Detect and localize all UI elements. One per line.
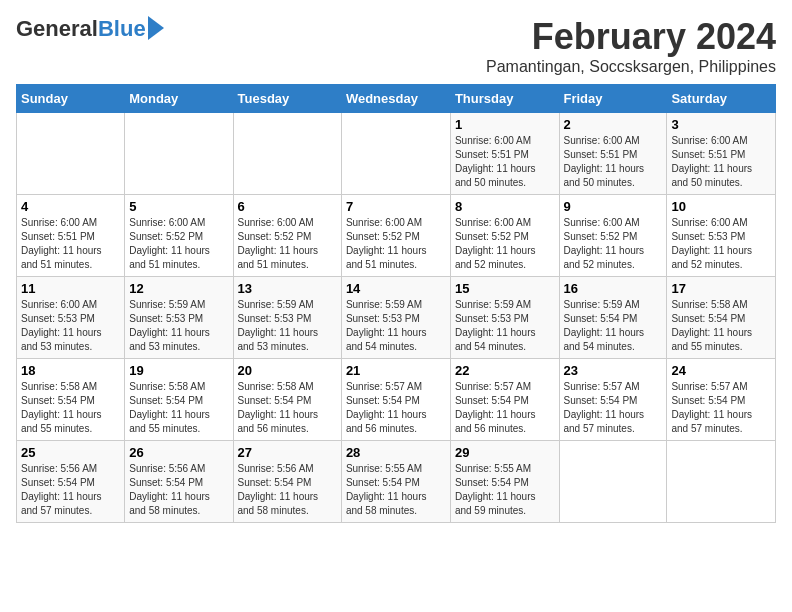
cell-info-text: Sunrise: 5:55 AM Sunset: 5:54 PM Dayligh… [455, 462, 555, 518]
cell-day-number: 28 [346, 445, 446, 460]
cell-info-text: Sunrise: 6:00 AM Sunset: 5:52 PM Dayligh… [455, 216, 555, 272]
cell-day-number: 16 [564, 281, 663, 296]
cell-day-number: 21 [346, 363, 446, 378]
cell-info-text: Sunrise: 5:59 AM Sunset: 5:53 PM Dayligh… [238, 298, 337, 354]
calendar-cell: 27Sunrise: 5:56 AM Sunset: 5:54 PM Dayli… [233, 441, 341, 523]
calendar-cell: 6Sunrise: 6:00 AM Sunset: 5:52 PM Daylig… [233, 195, 341, 277]
cell-info-text: Sunrise: 6:00 AM Sunset: 5:51 PM Dayligh… [21, 216, 120, 272]
calendar-cell: 19Sunrise: 5:58 AM Sunset: 5:54 PM Dayli… [125, 359, 233, 441]
cell-day-number: 17 [671, 281, 771, 296]
calendar-cell [341, 113, 450, 195]
calendar-cell: 2Sunrise: 6:00 AM Sunset: 5:51 PM Daylig… [559, 113, 667, 195]
cell-day-number: 22 [455, 363, 555, 378]
calendar-cell: 18Sunrise: 5:58 AM Sunset: 5:54 PM Dayli… [17, 359, 125, 441]
calendar-header-thursday: Thursday [450, 85, 559, 113]
cell-day-number: 13 [238, 281, 337, 296]
cell-info-text: Sunrise: 6:00 AM Sunset: 5:51 PM Dayligh… [671, 134, 771, 190]
page-title: February 2024 [486, 16, 776, 58]
calendar-cell [559, 441, 667, 523]
calendar-cell: 20Sunrise: 5:58 AM Sunset: 5:54 PM Dayli… [233, 359, 341, 441]
cell-day-number: 5 [129, 199, 228, 214]
calendar-cell: 16Sunrise: 5:59 AM Sunset: 5:54 PM Dayli… [559, 277, 667, 359]
cell-day-number: 2 [564, 117, 663, 132]
cell-day-number: 15 [455, 281, 555, 296]
calendar-cell: 26Sunrise: 5:56 AM Sunset: 5:54 PM Dayli… [125, 441, 233, 523]
cell-day-number: 18 [21, 363, 120, 378]
cell-day-number: 9 [564, 199, 663, 214]
calendar-header-sunday: Sunday [17, 85, 125, 113]
cell-day-number: 10 [671, 199, 771, 214]
logo-blue-text: Blue [98, 16, 146, 42]
cell-day-number: 19 [129, 363, 228, 378]
calendar-cell: 25Sunrise: 5:56 AM Sunset: 5:54 PM Dayli… [17, 441, 125, 523]
calendar-cell: 1Sunrise: 6:00 AM Sunset: 5:51 PM Daylig… [450, 113, 559, 195]
cell-day-number: 11 [21, 281, 120, 296]
cell-info-text: Sunrise: 6:00 AM Sunset: 5:52 PM Dayligh… [129, 216, 228, 272]
calendar-cell: 10Sunrise: 6:00 AM Sunset: 5:53 PM Dayli… [667, 195, 776, 277]
cell-day-number: 6 [238, 199, 337, 214]
calendar-header-wednesday: Wednesday [341, 85, 450, 113]
calendar-cell [667, 441, 776, 523]
cell-info-text: Sunrise: 5:56 AM Sunset: 5:54 PM Dayligh… [129, 462, 228, 518]
cell-day-number: 27 [238, 445, 337, 460]
calendar-cell [233, 113, 341, 195]
calendar-cell: 4Sunrise: 6:00 AM Sunset: 5:51 PM Daylig… [17, 195, 125, 277]
cell-info-text: Sunrise: 5:59 AM Sunset: 5:54 PM Dayligh… [564, 298, 663, 354]
calendar-cell: 7Sunrise: 6:00 AM Sunset: 5:52 PM Daylig… [341, 195, 450, 277]
calendar-cell: 5Sunrise: 6:00 AM Sunset: 5:52 PM Daylig… [125, 195, 233, 277]
calendar-header-saturday: Saturday [667, 85, 776, 113]
calendar-header-friday: Friday [559, 85, 667, 113]
calendar-table: SundayMondayTuesdayWednesdayThursdayFrid… [16, 84, 776, 523]
cell-info-text: Sunrise: 6:00 AM Sunset: 5:53 PM Dayligh… [671, 216, 771, 272]
calendar-header-monday: Monday [125, 85, 233, 113]
cell-info-text: Sunrise: 6:00 AM Sunset: 5:53 PM Dayligh… [21, 298, 120, 354]
cell-day-number: 1 [455, 117, 555, 132]
cell-day-number: 14 [346, 281, 446, 296]
cell-info-text: Sunrise: 5:58 AM Sunset: 5:54 PM Dayligh… [238, 380, 337, 436]
calendar-cell: 15Sunrise: 5:59 AM Sunset: 5:53 PM Dayli… [450, 277, 559, 359]
logo-general-text: General [16, 16, 98, 42]
title-area: February 2024 Pamantingan, Soccsksargen,… [486, 16, 776, 76]
cell-info-text: Sunrise: 5:55 AM Sunset: 5:54 PM Dayligh… [346, 462, 446, 518]
calendar-cell: 17Sunrise: 5:58 AM Sunset: 5:54 PM Dayli… [667, 277, 776, 359]
calendar-cell: 11Sunrise: 6:00 AM Sunset: 5:53 PM Dayli… [17, 277, 125, 359]
calendar-cell: 8Sunrise: 6:00 AM Sunset: 5:52 PM Daylig… [450, 195, 559, 277]
cell-info-text: Sunrise: 6:00 AM Sunset: 5:52 PM Dayligh… [346, 216, 446, 272]
cell-info-text: Sunrise: 6:00 AM Sunset: 5:52 PM Dayligh… [564, 216, 663, 272]
cell-day-number: 12 [129, 281, 228, 296]
calendar-cell: 29Sunrise: 5:55 AM Sunset: 5:54 PM Dayli… [450, 441, 559, 523]
cell-day-number: 4 [21, 199, 120, 214]
calendar-cell: 24Sunrise: 5:57 AM Sunset: 5:54 PM Dayli… [667, 359, 776, 441]
cell-day-number: 8 [455, 199, 555, 214]
cell-day-number: 24 [671, 363, 771, 378]
cell-info-text: Sunrise: 5:58 AM Sunset: 5:54 PM Dayligh… [129, 380, 228, 436]
header: General Blue February 2024 Pamantingan, … [16, 16, 776, 76]
cell-info-text: Sunrise: 5:56 AM Sunset: 5:54 PM Dayligh… [21, 462, 120, 518]
cell-info-text: Sunrise: 5:59 AM Sunset: 5:53 PM Dayligh… [129, 298, 228, 354]
cell-day-number: 29 [455, 445, 555, 460]
calendar-cell: 9Sunrise: 6:00 AM Sunset: 5:52 PM Daylig… [559, 195, 667, 277]
calendar-cell: 13Sunrise: 5:59 AM Sunset: 5:53 PM Dayli… [233, 277, 341, 359]
cell-info-text: Sunrise: 5:59 AM Sunset: 5:53 PM Dayligh… [346, 298, 446, 354]
cell-day-number: 26 [129, 445, 228, 460]
cell-info-text: Sunrise: 6:00 AM Sunset: 5:52 PM Dayligh… [238, 216, 337, 272]
cell-info-text: Sunrise: 6:00 AM Sunset: 5:51 PM Dayligh… [564, 134, 663, 190]
cell-info-text: Sunrise: 5:57 AM Sunset: 5:54 PM Dayligh… [564, 380, 663, 436]
calendar-cell: 21Sunrise: 5:57 AM Sunset: 5:54 PM Dayli… [341, 359, 450, 441]
cell-info-text: Sunrise: 5:57 AM Sunset: 5:54 PM Dayligh… [455, 380, 555, 436]
cell-day-number: 20 [238, 363, 337, 378]
calendar-cell: 23Sunrise: 5:57 AM Sunset: 5:54 PM Dayli… [559, 359, 667, 441]
calendar-cell: 22Sunrise: 5:57 AM Sunset: 5:54 PM Dayli… [450, 359, 559, 441]
cell-day-number: 7 [346, 199, 446, 214]
cell-day-number: 3 [671, 117, 771, 132]
cell-info-text: Sunrise: 5:59 AM Sunset: 5:53 PM Dayligh… [455, 298, 555, 354]
calendar-cell: 14Sunrise: 5:59 AM Sunset: 5:53 PM Dayli… [341, 277, 450, 359]
cell-info-text: Sunrise: 6:00 AM Sunset: 5:51 PM Dayligh… [455, 134, 555, 190]
calendar-cell: 12Sunrise: 5:59 AM Sunset: 5:53 PM Dayli… [125, 277, 233, 359]
logo: General Blue [16, 16, 164, 42]
calendar-cell: 3Sunrise: 6:00 AM Sunset: 5:51 PM Daylig… [667, 113, 776, 195]
cell-info-text: Sunrise: 5:57 AM Sunset: 5:54 PM Dayligh… [346, 380, 446, 436]
calendar-cell: 28Sunrise: 5:55 AM Sunset: 5:54 PM Dayli… [341, 441, 450, 523]
page-subtitle: Pamantingan, Soccsksargen, Philippines [486, 58, 776, 76]
calendar-cell [17, 113, 125, 195]
